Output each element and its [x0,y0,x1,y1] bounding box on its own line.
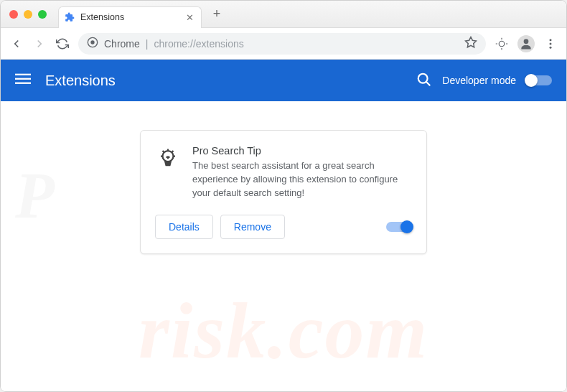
svg-line-16 [426,81,431,85]
browser-toolbar: Chrome | chrome://extensions [1,28,566,60]
svg-line-21 [163,151,164,152]
tab-title: Extensions [80,12,180,22]
svg-point-3 [499,41,505,47]
address-bar[interactable]: Chrome | chrome://extensions [78,33,486,55]
titlebar: Extensions ✕ + [1,1,566,28]
window-controls [9,10,47,19]
browser-window: Extensions ✕ + Chrome | chrome://extensi… [0,0,567,392]
minimize-window-button[interactable] [24,10,32,19]
star-icon[interactable] [464,36,477,51]
close-window-button[interactable] [9,10,18,19]
close-tab-button[interactable]: ✕ [186,12,194,23]
svg-rect-14 [15,83,31,84]
extension-description: The best search assistant for a great se… [192,159,412,200]
developer-mode-toggle[interactable] [526,75,552,85]
remove-button[interactable]: Remove [220,215,285,239]
svg-point-15 [418,73,428,83]
extensions-header: Extensions Developer mode [1,60,566,101]
extension-indicator-icon[interactable] [495,37,509,51]
svg-point-1 [90,40,94,44]
watermark-text: risk.com [1,286,566,377]
browser-tab[interactable]: Extensions ✕ [58,6,202,28]
svg-marker-2 [466,37,477,47]
svg-line-22 [172,151,174,152]
developer-mode-label: Developer mode [442,75,516,86]
extensions-list: P [1,101,566,391]
page-content: Extensions Developer mode P [1,60,566,391]
maximize-window-button[interactable] [38,10,47,19]
details-button[interactable]: Details [155,215,213,239]
svg-point-9 [550,39,552,41]
extension-name: Pro Search Tip [192,145,412,157]
svg-rect-12 [15,74,31,75]
url-text: chrome://extensions [154,38,243,50]
search-button[interactable] [416,72,432,90]
extension-enable-toggle[interactable] [386,222,412,232]
forward-button[interactable] [32,37,47,51]
url-scheme-label: Chrome [104,38,140,50]
chrome-icon [87,37,98,50]
svg-rect-13 [15,78,31,80]
svg-point-11 [550,46,552,48]
profile-avatar[interactable] [517,35,535,52]
page-title: Extensions [45,73,402,89]
lightbulb-icon [155,145,181,171]
svg-point-10 [550,42,552,45]
kebab-menu-button[interactable] [543,37,558,51]
new-tab-button[interactable]: + [206,4,228,25]
hamburger-menu-button[interactable] [15,71,31,90]
reload-button[interactable] [55,37,70,51]
back-button[interactable] [9,37,24,51]
svg-point-8 [524,39,529,44]
extension-card: Pro Search Tip The best search assistant… [140,130,427,254]
puzzle-icon [65,12,75,22]
watermark-fragment: P [15,159,55,233]
